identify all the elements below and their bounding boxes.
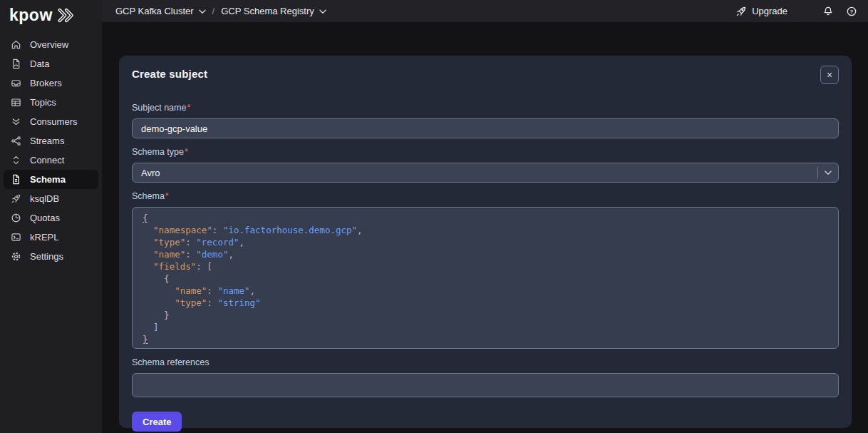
- subject-name-label: Subject name*: [132, 103, 839, 113]
- sidebar-item-label: Topics: [30, 97, 56, 108]
- schema-type-selected-value: Avro: [141, 168, 817, 178]
- sidebar-item-ksqldb[interactable]: ksqlDB: [4, 189, 98, 208]
- cluster-selector-label: GCP Kafka Cluster: [115, 6, 194, 16]
- sidebar-nav: Overview Data Brokers Topics: [0, 29, 102, 266]
- sidebar-item-data[interactable]: Data: [4, 54, 98, 73]
- pie-chart-icon: [11, 213, 21, 223]
- required-marker: *: [165, 191, 169, 201]
- schema-references-group: Schema references: [132, 357, 839, 400]
- sidebar-item-settings[interactable]: Settings: [4, 247, 98, 266]
- breadcrumb-separator: /: [212, 6, 215, 16]
- close-button[interactable]: ×: [820, 66, 839, 84]
- required-marker: *: [187, 103, 190, 113]
- sidebar-item-schema[interactable]: Schema: [4, 170, 98, 189]
- chevron-down-icon: [199, 9, 206, 14]
- chevrons-up-down-icon: [11, 155, 21, 165]
- breadcrumb: GCP Kafka Cluster / GCP Schema Registry: [115, 6, 326, 16]
- sidebar-item-streams[interactable]: Streams: [4, 131, 98, 151]
- chevron-down-icon: [818, 170, 838, 175]
- create-button[interactable]: Create: [132, 412, 182, 432]
- share-nodes-icon: [11, 136, 21, 146]
- kpow-logo-chevrons-icon: [57, 8, 77, 23]
- sidebar-item-consumers[interactable]: Consumers: [4, 112, 98, 131]
- gear-icon: [11, 251, 21, 262]
- sidebar-item-label: Brokers: [30, 78, 62, 88]
- sidebar-item-label: ksqlDB: [30, 193, 59, 204]
- sidebar-item-label: Data: [30, 58, 49, 69]
- top-bar: GCP Kafka Cluster / GCP Schema Registry …: [102, 0, 868, 22]
- schema-type-group: Schema type* Avro: [132, 147, 839, 183]
- sidebar: kpow Overview Dat: [0, 0, 102, 433]
- table-icon: [11, 97, 21, 108]
- create-subject-dialog: Create subject × Subject name* Schema ty…: [119, 56, 852, 428]
- dark-mode-toggle[interactable]: [799, 5, 811, 17]
- sidebar-item-label: Streams: [30, 136, 64, 146]
- chevron-down-icon: [319, 9, 326, 14]
- upgrade-button[interactable]: Upgrade: [735, 6, 787, 17]
- sidebar-item-label: kREPL: [30, 232, 58, 243]
- svg-text:?: ?: [850, 9, 854, 15]
- kpow-logo-text: kpow: [9, 6, 53, 25]
- schema-file-icon: [11, 174, 21, 185]
- topbar-actions: Upgrade ?: [735, 5, 858, 17]
- sidebar-item-quotas[interactable]: Quotas: [4, 208, 98, 228]
- schema-code-editor[interactable]: { "namespace": "io.factorhouse.demo.gcp"…: [132, 207, 839, 349]
- broker-tray-icon: [11, 78, 21, 88]
- sidebar-item-label: Schema: [30, 174, 66, 185]
- schema-references-input[interactable]: [132, 373, 839, 397]
- sidebar-item-topics[interactable]: Topics: [4, 93, 98, 112]
- sidebar-item-label: Overview: [30, 39, 68, 50]
- data-file-icon: [11, 58, 21, 69]
- sidebar-item-label: Consumers: [30, 116, 77, 127]
- rocket-icon: [735, 6, 747, 17]
- sidebar-item-label: Quotas: [30, 213, 60, 223]
- sidebar-item-krepl[interactable]: kREPL: [4, 228, 98, 247]
- kpow-logo[interactable]: kpow: [0, 0, 102, 29]
- sidebar-item-overview[interactable]: Overview: [4, 35, 98, 54]
- double-chevron-down-icon: [11, 116, 21, 127]
- notifications-button[interactable]: [822, 5, 835, 17]
- schema-label: Schema*: [132, 191, 839, 202]
- sidebar-item-brokers[interactable]: Brokers: [4, 73, 98, 93]
- schema-code: { "namespace": "io.factorhouse.demo.gcp"…: [143, 212, 828, 345]
- sidebar-item-label: Settings: [30, 251, 63, 262]
- terminal-icon: [11, 232, 21, 243]
- schema-references-label: Schema references: [132, 357, 839, 368]
- upgrade-label: Upgrade: [752, 6, 787, 16]
- help-button[interactable]: ?: [846, 5, 858, 17]
- sidebar-item-connect[interactable]: Connect: [4, 151, 98, 170]
- subject-name-group: Subject name*: [132, 103, 839, 138]
- schema-type-select[interactable]: Avro: [132, 163, 839, 183]
- sidebar-item-label: Connect: [30, 155, 64, 165]
- registry-selector-label: GCP Schema Registry: [221, 6, 314, 16]
- app-root: kpow Overview Dat: [0, 0, 868, 433]
- schema-group: Schema* { "namespace": "io.factorhouse.d…: [132, 191, 839, 349]
- cluster-selector[interactable]: GCP Kafka Cluster: [115, 6, 206, 16]
- required-marker: *: [185, 147, 188, 157]
- dialog-title: Create subject: [132, 67, 207, 81]
- home-icon: [11, 39, 21, 50]
- close-icon: ×: [827, 69, 832, 81]
- registry-selector[interactable]: GCP Schema Registry: [221, 6, 326, 16]
- subject-name-input[interactable]: [132, 118, 839, 138]
- rocket-icon: [11, 193, 21, 204]
- schema-type-label: Schema type*: [132, 147, 839, 158]
